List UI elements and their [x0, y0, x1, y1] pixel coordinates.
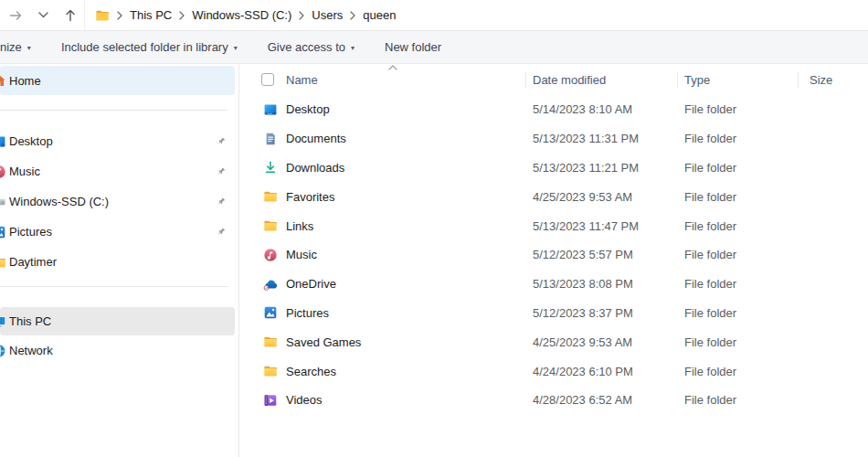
- file-row-videos[interactable]: Videos 4/28/2023 6:52 AM File folder: [239, 386, 868, 415]
- file-name: Saved Games: [286, 335, 361, 349]
- file-date-modified: 5/13/2023 11:31 PM: [525, 132, 677, 145]
- file-type: File folder: [677, 132, 798, 145]
- file-row-favorites[interactable]: Favorites 4/25/2023 9:53 AM File folder: [239, 182, 868, 211]
- sidebar-item-home[interactable]: Home: [0, 66, 235, 95]
- include-in-library-button[interactable]: Include selected folder in library ▾: [61, 40, 238, 54]
- navigation-pane: Home Desktop Music Windows-SSD (C:) Pic: [0, 64, 239, 457]
- drive-icon: [0, 195, 7, 209]
- sidebar-item-windows-ssd[interactable]: Windows-SSD (C:): [0, 186, 235, 217]
- file-row-desktop[interactable]: Desktop 5/14/2023 8:10 AM File folder: [239, 95, 868, 124]
- videos-icon: [263, 393, 278, 408]
- breadcrumb-windows-ssd[interactable]: Windows-SSD (C:): [192, 8, 291, 22]
- sidebar-item-label: Network: [9, 344, 53, 357]
- file-date-modified: 4/25/2023 9:53 AM: [525, 335, 677, 349]
- column-header-size[interactable]: Size: [798, 66, 868, 93]
- file-name: Downloads: [286, 161, 344, 175]
- file-row-downloads[interactable]: Downloads 5/13/2023 11:21 PM File folder: [239, 154, 868, 183]
- file-type: File folder: [677, 102, 798, 116]
- column-label: Name: [286, 73, 318, 87]
- folder-icon: [263, 218, 278, 233]
- sidebar-item-network[interactable]: Network: [0, 336, 235, 365]
- file-name: Desktop: [286, 102, 330, 116]
- file-type: File folder: [677, 306, 798, 320]
- up-button[interactable]: [57, 3, 84, 28]
- file-name: Videos: [286, 393, 323, 407]
- sidebar-item-daytimer[interactable]: Daytimer: [0, 247, 235, 277]
- recent-locations-button[interactable]: [29, 3, 57, 28]
- caret-down-icon: ▾: [351, 45, 355, 52]
- column-header-date-modified[interactable]: Date modified: [525, 66, 677, 93]
- file-row-links[interactable]: Links 5/13/2023 11:47 PM File folder: [239, 211, 868, 240]
- organize-button[interactable]: nize ▾: [0, 40, 31, 54]
- file-type: File folder: [677, 248, 798, 261]
- breadcrumb-users[interactable]: Users: [312, 8, 343, 22]
- file-type: File folder: [677, 277, 798, 291]
- file-date-modified: 5/13/2023 11:21 PM: [525, 161, 677, 175]
- caret-down-icon: ▾: [234, 45, 238, 52]
- include-in-library-label: Include selected folder in library: [61, 40, 228, 54]
- forward-button[interactable]: [2, 3, 29, 28]
- chevron-right-icon: [179, 11, 185, 20]
- sidebar-item-label: Desktop: [9, 134, 53, 148]
- column-headers: Name Date modified Type Size: [239, 66, 868, 93]
- pin-icon: [215, 226, 227, 238]
- sidebar-item-this-pc[interactable]: This PC: [0, 307, 235, 335]
- file-row-music[interactable]: Music 5/12/2023 5:57 PM File folder: [239, 240, 868, 270]
- pin-icon: [215, 165, 227, 177]
- pin-icon: [215, 135, 227, 147]
- sidebar-item-music[interactable]: Music: [0, 156, 235, 186]
- file-date-modified: 5/14/2023 8:10 AM: [525, 102, 677, 116]
- column-header-type[interactable]: Type: [677, 66, 798, 93]
- sidebar-item-pictures[interactable]: Pictures: [0, 217, 235, 247]
- pictures-icon: [263, 305, 278, 320]
- file-rows: Desktop 5/14/2023 8:10 AM File folder Do…: [239, 95, 868, 415]
- file-name: Links: [286, 219, 313, 233]
- breadcrumb-this-pc[interactable]: This PC: [130, 8, 172, 22]
- sidebar-item-label: Daytimer: [9, 255, 57, 269]
- file-date-modified: 5/13/2023 11:47 PM: [525, 219, 677, 233]
- chevron-down-icon: [38, 12, 48, 18]
- navigation-bar: This PC Windows-SSD (C:) Users queen: [0, 0, 868, 31]
- sidebar-item-label: This PC: [9, 314, 51, 328]
- file-row-documents[interactable]: Documents 5/13/2023 11:31 PM File folder: [239, 124, 868, 154]
- select-all-checkbox[interactable]: [261, 73, 274, 86]
- give-access-label: Give access to: [268, 40, 345, 54]
- file-type: File folder: [677, 190, 798, 204]
- file-date-modified: 4/25/2023 9:53 AM: [525, 190, 677, 204]
- address-bar[interactable]: This PC Windows-SSD (C:) Users queen: [84, 0, 868, 30]
- file-name: Searches: [286, 365, 336, 378]
- file-name: Favorites: [286, 190, 334, 204]
- breadcrumb-queen[interactable]: queen: [363, 8, 396, 22]
- new-folder-button[interactable]: New folder: [385, 40, 441, 54]
- sidebar-divider: [0, 110, 228, 111]
- network-icon: [0, 344, 7, 358]
- folder-icon: [95, 8, 110, 23]
- file-row-saved-games[interactable]: Saved Games 4/25/2023 9:53 AM File folde…: [239, 327, 868, 356]
- sidebar-item-label: Windows-SSD (C:): [9, 195, 109, 208]
- caret-down-icon: ▾: [27, 45, 31, 52]
- folder-icon: [0, 255, 7, 270]
- file-row-pictures[interactable]: Pictures 5/12/2023 8:37 PM File folder: [239, 299, 868, 328]
- file-list-pane: Name Date modified Type Size Desktop 5/1…: [239, 64, 868, 457]
- sidebar-divider: [0, 286, 228, 287]
- desktop-icon: [0, 134, 7, 149]
- new-folder-label: New folder: [385, 40, 441, 54]
- command-toolbar: nize ▾ Include selected folder in librar…: [0, 31, 868, 64]
- file-row-searches[interactable]: Searches 4/24/2023 6:10 PM File folder: [239, 356, 868, 386]
- file-name: Music: [286, 248, 317, 261]
- sidebar-item-desktop[interactable]: Desktop: [0, 126, 235, 156]
- folder-icon: [263, 335, 278, 349]
- pin-icon: [215, 196, 227, 207]
- pictures-icon: [0, 225, 7, 239]
- music-icon: [0, 165, 7, 179]
- file-name: Pictures: [286, 306, 329, 320]
- column-header-name[interactable]: Name: [239, 66, 525, 93]
- file-name: Documents: [286, 132, 346, 145]
- music-icon: [263, 248, 278, 262]
- file-row-onedrive[interactable]: OneDrive 5/13/2023 8:08 PM File folder: [239, 270, 868, 299]
- organize-label: nize: [0, 40, 22, 54]
- give-access-button[interactable]: Give access to ▾: [268, 40, 355, 54]
- onedrive-icon: [263, 277, 278, 292]
- folder-icon: [263, 189, 278, 204]
- file-type: File folder: [677, 335, 798, 349]
